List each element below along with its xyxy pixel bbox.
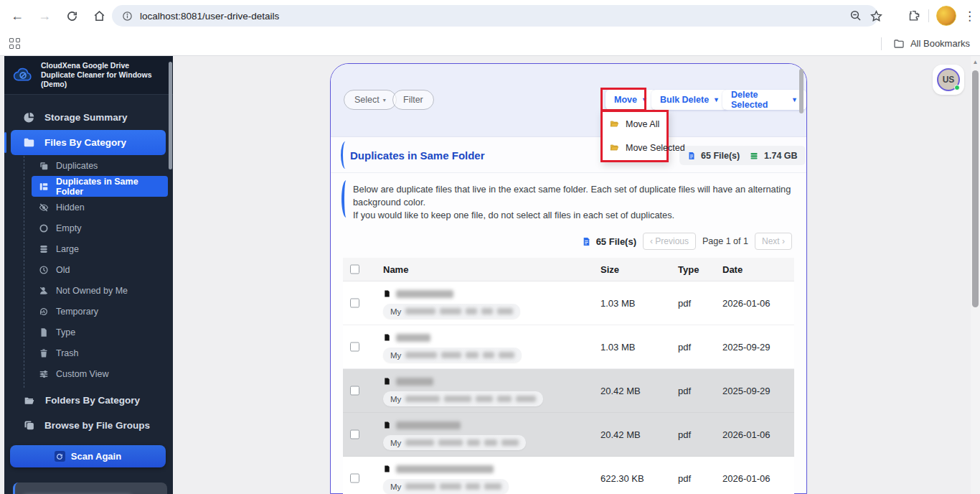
file-count-label: 65 File(s) bbox=[701, 151, 740, 161]
file-size: 1.03 MB bbox=[600, 342, 635, 353]
table-row: My 20.42 MB pdf 2026-01-06 bbox=[343, 413, 794, 457]
all-bookmarks-button[interactable]: All Bookmarks bbox=[881, 32, 970, 55]
zoom-icon[interactable] bbox=[849, 9, 862, 22]
folder-outline-icon bbox=[893, 38, 905, 50]
filter-button[interactable]: Filter bbox=[392, 90, 434, 110]
database-icon bbox=[39, 244, 49, 254]
info-icon[interactable] bbox=[122, 11, 133, 22]
storage-size-badge: 1.74 GB bbox=[741, 146, 806, 165]
sidebar-item-large[interactable]: Large bbox=[4, 238, 173, 259]
sidebar-item-storage-summary[interactable]: Storage Summary bbox=[4, 105, 173, 130]
yellow-folder-icon bbox=[609, 119, 620, 129]
file-path-breadcrumb[interactable]: My bbox=[383, 304, 520, 319]
path-prefix-label: My bbox=[390, 439, 401, 447]
sidebar-item-not-owned-by-me[interactable]: Not Owned by Me bbox=[4, 280, 173, 301]
layers-icon bbox=[23, 419, 35, 432]
redacted-path-segment bbox=[481, 308, 493, 314]
pie-chart-icon bbox=[23, 111, 35, 124]
sidebar-item-folders-by-category[interactable]: Folders By Category bbox=[4, 388, 173, 413]
address-bar[interactable]: localhost:8081/user-drive-details bbox=[112, 5, 878, 27]
redacted-path-segment bbox=[497, 396, 512, 402]
sidebar-item-temporary[interactable]: Temporary bbox=[4, 301, 173, 322]
path-prefix-label: My bbox=[390, 351, 401, 360]
move-all-menu-item[interactable]: Move All bbox=[603, 112, 666, 136]
row-checkbox[interactable] bbox=[350, 299, 359, 308]
file-date: 2025-09-29 bbox=[722, 342, 771, 353]
redacted-path-segment bbox=[405, 439, 434, 446]
sidebar-item-type[interactable]: Type bbox=[4, 322, 173, 342]
online-status-dot bbox=[954, 85, 960, 90]
extensions-icon[interactable] bbox=[908, 9, 921, 23]
app-title: CloudXena Google Drive Duplicate Cleaner… bbox=[41, 61, 164, 89]
file-size: 622.30 KB bbox=[600, 473, 644, 484]
circle-icon bbox=[39, 223, 49, 233]
scan-again-button[interactable]: Scan Again bbox=[10, 445, 166, 467]
move-selected-menu-item[interactable]: Move Selected bbox=[603, 136, 666, 159]
url-text[interactable]: localhost:8081/user-drive-details bbox=[140, 11, 279, 22]
window-scrollbar[interactable]: ▲ bbox=[971, 56, 980, 494]
row-checkbox[interactable] bbox=[350, 430, 359, 439]
move-all-label: Move All bbox=[626, 119, 659, 129]
sidebar-item-browse-by-file-groups[interactable]: Browse by File Groups bbox=[4, 413, 173, 438]
file-path-breadcrumb[interactable]: My bbox=[383, 348, 522, 363]
description-accent-brace bbox=[341, 180, 351, 218]
apps-grid-icon[interactable] bbox=[9, 38, 20, 49]
storage-size-label: 1.74 GB bbox=[764, 151, 798, 161]
bulk-delete-button[interactable]: Bulk Delete ▼ bbox=[651, 90, 728, 110]
bookmark-star-icon[interactable] bbox=[870, 9, 883, 23]
file-date: 2026-01-06 bbox=[722, 429, 771, 440]
delete-selected-button[interactable]: Delete Selected ▼ bbox=[722, 90, 806, 110]
file-path-breadcrumb[interactable]: My bbox=[383, 479, 509, 494]
redacted-file-name bbox=[396, 290, 453, 298]
select-button[interactable]: Select ▾ bbox=[344, 90, 397, 110]
reload-icon[interactable] bbox=[60, 4, 83, 27]
file-path-breadcrumb[interactable]: My bbox=[383, 435, 526, 450]
forward-icon[interactable]: → bbox=[33, 4, 56, 27]
sidebar-item-hidden[interactable]: Hidden bbox=[4, 197, 173, 218]
file-date: 2026-01-06 bbox=[722, 473, 771, 484]
select-all-checkbox[interactable] bbox=[350, 265, 359, 274]
description-box: Below are duplicate files that live in t… bbox=[341, 179, 793, 222]
section-header-row: Duplicates in Same Folder 65 File(s) 1.7… bbox=[331, 137, 806, 173]
sidebar-item-label: Browse by File Groups bbox=[44, 420, 150, 431]
user-avatar-chip[interactable]: US bbox=[933, 65, 964, 95]
sidebar-item-custom-view[interactable]: Custom View bbox=[4, 363, 173, 384]
sync-icon bbox=[55, 451, 65, 462]
table-row: My 1.03 MB pdf 2026-01-06 bbox=[343, 281, 794, 325]
description-line-2: If you would like to keep one file, do n… bbox=[353, 209, 793, 222]
delete-selected-button-label: Delete Selected bbox=[731, 90, 787, 110]
sidebar-item-trash[interactable]: Trash bbox=[4, 342, 173, 363]
file-icon bbox=[383, 464, 391, 474]
redacted-path-segment bbox=[476, 396, 493, 402]
menu-dots-icon[interactable]: ⋮ bbox=[963, 9, 976, 24]
sidebar-item-old[interactable]: Old bbox=[4, 259, 173, 280]
row-checkbox[interactable] bbox=[350, 474, 359, 483]
duplicates-same-folder-icon bbox=[39, 182, 49, 192]
window-scrollbar-thumb[interactable] bbox=[972, 70, 979, 307]
trash-icon bbox=[39, 348, 49, 358]
clock-icon bbox=[39, 265, 49, 275]
content-card: Select ▾ Filter Move ▼ Bulk Delete ▼ Del… bbox=[330, 63, 807, 494]
caret-down-icon: ▼ bbox=[713, 96, 720, 103]
file-date: 2025-09-29 bbox=[722, 386, 771, 396]
back-icon[interactable]: ← bbox=[6, 4, 29, 27]
card-scrollbar-thumb[interactable] bbox=[799, 69, 804, 113]
file-icon bbox=[39, 327, 49, 337]
redacted-file-name bbox=[396, 378, 433, 386]
blue-file-icon bbox=[582, 236, 591, 247]
sidebar-item-duplicates-in-same-folder[interactable]: Duplicates in Same Folder bbox=[32, 176, 168, 197]
file-count-badge: 65 File(s) bbox=[679, 146, 748, 165]
sidebar-item-empty[interactable]: Empty bbox=[4, 218, 173, 238]
redacted-path-segment bbox=[466, 483, 480, 490]
row-checkbox[interactable] bbox=[350, 386, 359, 396]
row-checkbox[interactable] bbox=[350, 342, 359, 352]
file-path-breadcrumb[interactable]: My bbox=[383, 391, 543, 406]
next-page-button[interactable]: Next › bbox=[755, 233, 792, 250]
sidebar-item-files-by-category[interactable]: Files By Category bbox=[11, 130, 166, 155]
sidebar-item-duplicates[interactable]: Duplicates bbox=[4, 155, 173, 176]
browser-profile-avatar[interactable] bbox=[936, 6, 956, 26]
previous-page-button[interactable]: ‹ Previous bbox=[643, 233, 696, 250]
description-line-1: Below are duplicate files that live in t… bbox=[353, 183, 793, 209]
home-icon[interactable] bbox=[88, 4, 110, 27]
scrollbar-up-arrow[interactable]: ▲ bbox=[971, 59, 980, 65]
